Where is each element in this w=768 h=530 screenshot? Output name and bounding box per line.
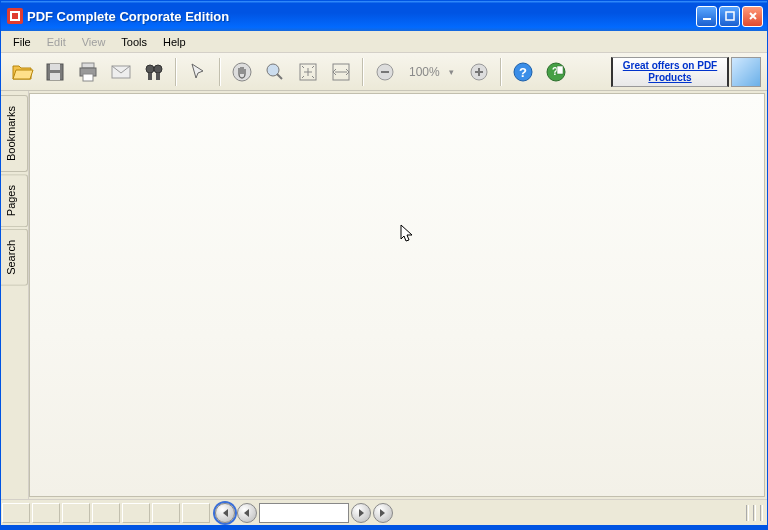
about-button[interactable]: ? <box>541 57 571 87</box>
svg-rect-12 <box>156 73 160 80</box>
status-cell <box>122 503 150 523</box>
sidebar-tab-pages[interactable]: Pages <box>1 174 28 227</box>
minimize-button[interactable] <box>696 6 717 27</box>
promo-link[interactable]: Great offers on PDF Products <box>611 57 729 87</box>
svg-rect-5 <box>82 63 94 68</box>
status-cell <box>32 503 60 523</box>
status-cell <box>182 503 210 523</box>
svg-rect-11 <box>148 73 152 80</box>
zoom-tool-button[interactable] <box>260 57 290 87</box>
zoom-in-button[interactable] <box>464 57 494 87</box>
window-controls <box>696 6 763 27</box>
fit-width-button[interactable] <box>326 57 356 87</box>
save-button[interactable] <box>40 57 70 87</box>
svg-rect-18 <box>381 71 389 73</box>
select-tool-button[interactable] <box>183 57 213 87</box>
body-area: Bookmarks Pages Search <box>1 91 767 499</box>
window-title: PDF Complete Corporate Edition <box>27 9 696 24</box>
print-button[interactable] <box>73 57 103 87</box>
menu-tools[interactable]: Tools <box>113 34 155 50</box>
menubar: File Edit View Tools Help <box>1 31 767 53</box>
sidebar-tab-search[interactable]: Search <box>1 229 28 286</box>
page-nav <box>215 503 393 523</box>
open-button[interactable] <box>7 57 37 87</box>
zoom-out-button[interactable] <box>370 57 400 87</box>
menu-edit: Edit <box>39 34 74 50</box>
find-button[interactable] <box>139 57 169 87</box>
svg-rect-21 <box>478 68 480 76</box>
svg-rect-4 <box>50 73 60 80</box>
promo-image <box>731 57 761 87</box>
sidebar: Bookmarks Pages Search <box>1 91 29 499</box>
last-page-button[interactable] <box>373 503 393 523</box>
menu-view: View <box>74 34 114 50</box>
page-number-input[interactable] <box>259 503 349 523</box>
window-bottom-border <box>1 525 767 529</box>
app-window: PDF Complete Corporate Edition File Edit… <box>0 0 768 530</box>
svg-rect-1 <box>726 12 734 20</box>
toolbar-separator <box>175 58 177 86</box>
status-cell <box>62 503 90 523</box>
prev-page-button[interactable] <box>237 503 257 523</box>
svg-rect-26 <box>557 66 563 74</box>
hand-tool-button[interactable] <box>227 57 257 87</box>
first-page-button[interactable] <box>215 503 235 523</box>
promo-text: Great offers on PDF Products <box>617 60 723 84</box>
toolbar-separator <box>219 58 221 86</box>
menu-file[interactable]: File <box>5 34 39 50</box>
status-cell <box>2 503 30 523</box>
zoom-level-label: 100% <box>403 65 446 79</box>
toolbar: 100% ▾ ? ? Great offers on PDF Products <box>1 53 767 91</box>
toolbar-separator <box>500 58 502 86</box>
svg-rect-0 <box>703 18 711 20</box>
titlebar: PDF Complete Corporate Edition <box>1 1 767 31</box>
menu-help[interactable]: Help <box>155 34 194 50</box>
zoom-dropdown[interactable]: ▾ <box>449 67 461 77</box>
next-page-button[interactable] <box>351 503 371 523</box>
fit-page-button[interactable] <box>293 57 323 87</box>
close-button[interactable] <box>742 6 763 27</box>
cursor-icon <box>400 224 416 244</box>
svg-text:?: ? <box>519 65 527 80</box>
status-cell <box>92 503 120 523</box>
toolbar-separator <box>362 58 364 86</box>
svg-point-10 <box>154 65 162 73</box>
app-icon <box>7 8 23 24</box>
help-button[interactable]: ? <box>508 57 538 87</box>
mail-button[interactable] <box>106 57 136 87</box>
svg-rect-3 <box>50 64 60 70</box>
sidebar-tab-bookmarks[interactable]: Bookmarks <box>1 95 28 172</box>
svg-point-9 <box>146 65 154 73</box>
statusbar <box>1 499 767 525</box>
status-cell <box>152 503 180 523</box>
maximize-button[interactable] <box>719 6 740 27</box>
svg-rect-7 <box>83 74 93 81</box>
status-grips <box>746 505 767 521</box>
document-viewport[interactable] <box>29 93 765 497</box>
